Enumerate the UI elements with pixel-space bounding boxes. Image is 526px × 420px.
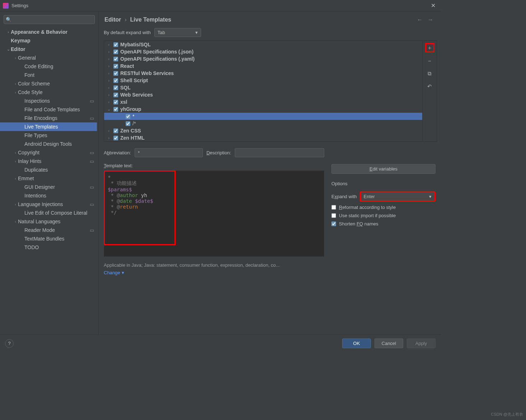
copy-button[interactable]: ⧉ xyxy=(425,69,434,78)
tree-label: Inspections xyxy=(24,98,90,104)
static-import-checkbox[interactable] xyxy=(331,213,336,218)
list-checkbox[interactable] xyxy=(113,42,118,47)
remove-button[interactable]: − xyxy=(425,56,434,65)
list-checkbox[interactable] xyxy=(113,57,118,61)
tree-label: Copyright xyxy=(18,150,90,155)
chevron-down-icon: ▾ xyxy=(122,270,124,275)
tree-item[interactable]: ⌄Editor xyxy=(0,45,97,53)
list-item[interactable]: ›xsl xyxy=(104,98,422,106)
expand-with-select[interactable]: Enter ▾ xyxy=(360,191,436,202)
list-item[interactable]: ›OpenAPI Specifications (.yaml) xyxy=(104,55,422,62)
tree-item[interactable]: ›Copyright▭ xyxy=(0,148,97,157)
tree-item[interactable]: Live Edit of Compose Literal xyxy=(0,209,97,217)
list-checkbox[interactable] xyxy=(113,85,118,90)
search-input[interactable] xyxy=(4,15,95,24)
tree-item[interactable]: TextMate Bundles xyxy=(0,234,97,243)
tree-item[interactable]: Intentions xyxy=(0,191,97,200)
tree-item[interactable]: Live Templates xyxy=(0,122,97,131)
tree-label: Emmet xyxy=(18,176,94,181)
list-checkbox[interactable] xyxy=(113,136,118,140)
description-input[interactable] xyxy=(235,148,324,157)
tree-item[interactable]: Font xyxy=(0,71,97,79)
apply-button[interactable]: Apply xyxy=(407,339,436,348)
list-item[interactable]: ›Shell Script xyxy=(104,77,422,84)
list-item[interactable]: /* xyxy=(104,120,422,127)
tree-item[interactable]: Keymap xyxy=(0,36,97,45)
help-button[interactable]: ? xyxy=(5,339,14,348)
tree-item[interactable]: TODO xyxy=(0,243,97,252)
list-item[interactable]: ›Zen HTML xyxy=(104,134,422,141)
list-label: xsl xyxy=(120,99,127,105)
chevron-down-icon: ▾ xyxy=(195,30,198,35)
abbreviation-input[interactable] xyxy=(135,148,203,157)
template-list[interactable]: ›Mybatis/SQL›OpenAPI Specifications (.js… xyxy=(104,41,422,141)
tree-item[interactable]: Android Design Tools xyxy=(0,140,97,148)
list-checkbox[interactable] xyxy=(113,78,118,83)
list-item[interactable]: * xyxy=(104,113,422,120)
crumb-editor[interactable]: Editor xyxy=(104,17,121,23)
tree-label: Code Editing xyxy=(24,64,94,69)
static-import-label: Use static import if possible xyxy=(339,213,396,218)
scope-icon: ▭ xyxy=(90,150,94,155)
sidebar: 🔍 ›Appearance & BehaviorKeymap⌄Editor›Ge… xyxy=(0,11,99,335)
scope-icon: ▭ xyxy=(90,228,94,233)
tree-item[interactable]: Reader Mode▭ xyxy=(0,226,97,234)
tree-label: Code Style xyxy=(18,89,94,95)
tree-item[interactable]: ›Appearance & Behavior xyxy=(0,28,97,36)
tree-item[interactable]: ›Code Style xyxy=(0,88,97,97)
default-expand-select[interactable]: Tab ▾ xyxy=(154,28,201,37)
list-item[interactable]: ›RESTful Web Services xyxy=(104,70,422,77)
chevron-icon: ⌄ xyxy=(6,47,11,52)
crumb-live-templates: Live Templates xyxy=(130,17,171,23)
shorten-fq-checkbox[interactable] xyxy=(331,221,336,226)
tree-item[interactable]: File Types xyxy=(0,131,97,140)
cancel-button[interactable]: Cancel xyxy=(374,339,403,348)
chevron-icon: › xyxy=(13,176,18,181)
tree-label: Language Injections xyxy=(18,201,90,207)
list-item[interactable]: ›Web Services xyxy=(104,91,422,98)
chevron-icon: › xyxy=(106,93,111,97)
add-button[interactable]: ＋ xyxy=(425,43,434,52)
revert-button[interactable]: ↶ xyxy=(425,82,434,91)
tree-item[interactable]: GUI Designer▭ xyxy=(0,183,97,191)
tree-item[interactable]: ›Inlay Hints▭ xyxy=(0,157,97,165)
back-icon[interactable]: ← xyxy=(417,17,423,23)
template-text-editor[interactable]: * * 功能描述 $params$ * @author yh * @date $… xyxy=(104,171,324,257)
list-item[interactable]: ›SQL xyxy=(104,84,422,91)
list-checkbox[interactable] xyxy=(126,121,130,126)
tree-item[interactable]: ›Natural Languages xyxy=(0,217,97,226)
reformat-checkbox[interactable] xyxy=(331,205,336,210)
list-item[interactable]: ⌄yhGroup xyxy=(104,106,422,113)
close-icon[interactable]: ✕ xyxy=(429,2,438,9)
list-checkbox[interactable] xyxy=(113,93,118,97)
list-item[interactable]: ›OpenAPI Specifications (.json) xyxy=(104,48,422,55)
tree-item[interactable]: Inspections▭ xyxy=(0,97,97,105)
list-item[interactable]: ›Mybatis/SQL xyxy=(104,41,422,48)
list-checkbox[interactable] xyxy=(126,114,130,119)
list-checkbox[interactable] xyxy=(113,129,118,133)
tree-item[interactable]: ›General xyxy=(0,53,97,62)
chevron-icon: › xyxy=(106,78,111,83)
list-checkbox[interactable] xyxy=(113,50,118,54)
forward-icon[interactable]: → xyxy=(428,17,433,23)
tree-label: Keymap xyxy=(11,38,94,43)
tree-item[interactable]: File Encodings▭ xyxy=(0,114,97,122)
settings-tree[interactable]: ›Appearance & BehaviorKeymap⌄Editor›Gene… xyxy=(0,28,98,335)
edit-variables-button[interactable]: Edit variables xyxy=(331,164,436,174)
tree-item[interactable]: ›Color Scheme xyxy=(0,79,97,88)
tree-item[interactable]: File and Code Templates xyxy=(0,105,97,114)
list-checkbox[interactable] xyxy=(113,100,118,104)
tree-item[interactable]: Code Editing xyxy=(0,62,97,71)
list-checkbox[interactable] xyxy=(113,107,118,112)
tree-label: Reader Mode xyxy=(24,227,90,233)
ok-button[interactable]: OK xyxy=(342,339,371,348)
tree-item[interactable]: ›Language Injections▭ xyxy=(0,200,97,209)
tree-item[interactable]: ›Emmet xyxy=(0,174,97,183)
list-item[interactable]: ›Zen CSS xyxy=(104,127,422,134)
list-checkbox[interactable] xyxy=(113,71,118,76)
scope-icon: ▭ xyxy=(90,185,94,190)
tree-item[interactable]: Duplicates xyxy=(0,165,97,174)
list-item[interactable]: ›React xyxy=(104,62,422,70)
change-link[interactable]: Change ▾ xyxy=(104,270,124,275)
list-checkbox[interactable] xyxy=(113,64,118,69)
